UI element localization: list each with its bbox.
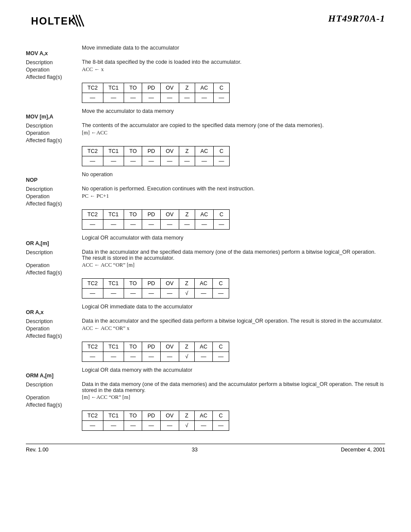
flag-header-tc2: TC2: [82, 146, 103, 156]
operation-row: OperationACC ← ACC “OR” x: [26, 325, 385, 332]
section-or-ax: OR A,xLogical OR immediate data to the a…: [26, 303, 385, 362]
flag-table-wrap: TC2TC1TOPDOVZACC—————√——: [82, 411, 385, 431]
flag-value-z: √: [179, 289, 194, 299]
flag-value-pd: —: [142, 352, 160, 362]
affected-flags-row: Affected flag(s): [26, 269, 385, 276]
flag-value-ov: —: [160, 289, 179, 299]
flag-header-z: Z: [179, 342, 194, 352]
flag-table: TC2TC1TOPDOVZACC—————√——: [82, 278, 229, 299]
footer-page: 33: [192, 447, 198, 453]
flag-value-to: —: [124, 93, 142, 103]
section-or-am: OR A,[m]Logical OR accumulator with data…: [26, 234, 385, 299]
operation-row: OperationACC ← x: [26, 66, 385, 73]
flag-header-tc1: TC1: [103, 342, 124, 352]
flag-value-ov: —: [160, 220, 179, 230]
flag-value-tc1: —: [103, 352, 124, 362]
operation-text: [m] ←ACC: [82, 130, 385, 136]
flag-header-pd: PD: [142, 411, 160, 421]
description-label: Description: [26, 186, 82, 192]
flag-value-ac: —: [195, 93, 213, 103]
flag-value-z: —: [179, 156, 195, 166]
flag-header-pd: PD: [142, 146, 160, 156]
flag-table: TC2TC1TOPDOVZACC————————: [82, 209, 230, 230]
flag-header-ac: AC: [195, 146, 213, 156]
flag-header-tc2: TC2: [82, 342, 103, 352]
affected-flags-row: Affected flag(s): [26, 200, 385, 207]
flag-header-c: C: [213, 342, 229, 352]
description-text: The contents of the accumulator are copi…: [82, 122, 385, 128]
footer-rev: Rev. 1.00: [26, 447, 49, 453]
flag-header-c: C: [213, 83, 230, 93]
description-text: No operation is performed. Execution con…: [82, 186, 385, 192]
section-title-row: OR A,[m]Logical OR accumulator with data…: [26, 234, 385, 248]
logo: HOLTEK: [26, 13, 95, 34]
flag-value-tc2: —: [82, 289, 103, 299]
flag-header-ac: AC: [195, 210, 213, 220]
description-text: Data in the data memory (one of the data…: [82, 381, 385, 393]
flag-value-ac: —: [195, 220, 213, 230]
flag-header-ac: AC: [194, 342, 212, 352]
operation-text: ACC ← ACC “OR” x: [82, 325, 385, 332]
instruction-name: NOP: [26, 177, 82, 183]
flag-header-pd: PD: [142, 279, 160, 289]
instruction-name: MOV [m],A: [26, 113, 82, 120]
flag-value-c: —: [213, 156, 230, 166]
flag-header-to: TO: [124, 210, 142, 220]
description-row: DescriptionNo operation is performed. Ex…: [26, 186, 385, 192]
flag-table-wrap: TC2TC1TOPDOVZACC—————√——: [82, 342, 385, 362]
flag-value-to: —: [124, 421, 142, 431]
flag-value-tc2: —: [82, 421, 103, 431]
flag-header-c: C: [213, 411, 229, 421]
flag-value-ov: —: [160, 352, 179, 362]
flag-table-wrap: TC2TC1TOPDOVZACC————————: [82, 146, 385, 166]
flag-header-to: TO: [124, 83, 142, 93]
flag-value-to: —: [124, 352, 142, 362]
flag-value-tc1: —: [103, 156, 124, 166]
instruction-name: ORM A,[m]: [26, 372, 82, 379]
flag-value-tc1: —: [103, 289, 124, 299]
operation-label: Operation: [26, 66, 82, 73]
flag-header-ov: OV: [160, 146, 179, 156]
affected-flags-row: Affected flag(s): [26, 333, 385, 339]
flag-table: TC2TC1TOPDOVZACC————————: [82, 83, 230, 103]
flag-value-tc2: —: [82, 93, 103, 103]
affected-flags-row: Affected flag(s): [26, 137, 385, 143]
section-title-row: OR A,xLogical OR immediate data to the a…: [26, 303, 385, 317]
flag-header-tc2: TC2: [82, 279, 103, 289]
description-row: DescriptionThe contents of the accumulat…: [26, 122, 385, 129]
flag-header-z: Z: [179, 146, 195, 156]
instruction-summary: Move immediate data to the accumulator: [82, 44, 385, 51]
flag-header-to: TO: [124, 342, 142, 352]
instruction-name: OR A,[m]: [26, 240, 82, 246]
flag-header-tc1: TC1: [103, 146, 124, 156]
flag-header-z: Z: [179, 83, 195, 93]
flag-value-ac: —: [194, 352, 212, 362]
flag-value-pd: —: [142, 93, 160, 103]
flag-header-tc1: TC1: [103, 83, 124, 93]
flag-value-to: —: [124, 289, 142, 299]
flag-header-c: C: [213, 279, 229, 289]
operation-label: Operation: [26, 193, 82, 199]
flag-header-z: Z: [179, 210, 195, 220]
description-label: Description: [26, 59, 82, 65]
affected-flags-label: Affected flag(s): [26, 333, 82, 339]
instruction-name: MOV A,x: [26, 50, 82, 56]
flag-header-ov: OV: [160, 411, 179, 421]
flag-value-ov: —: [160, 156, 179, 166]
instruction-summary: No operation: [82, 171, 385, 177]
flag-header-c: C: [213, 210, 230, 220]
flag-value-ac: —: [195, 156, 213, 166]
flag-header-tc1: TC1: [103, 210, 124, 220]
affected-flags-label: Affected flag(s): [26, 137, 82, 143]
operation-text: [m] ←ACC “OR” [m]: [82, 394, 385, 401]
description-row: DescriptionData in the accumulator and t…: [26, 318, 385, 324]
flag-value-c: —: [213, 421, 229, 431]
flag-value-ov: —: [160, 93, 179, 103]
flag-header-c: C: [213, 146, 230, 156]
flag-header-ac: AC: [195, 83, 213, 93]
flag-value-ac: —: [194, 289, 212, 299]
instruction-summary: Logical OR accumulator with data memory: [82, 234, 385, 241]
operation-label: Operation: [26, 262, 82, 268]
flag-value-c: —: [213, 220, 230, 230]
flag-value-ac: —: [194, 421, 212, 431]
